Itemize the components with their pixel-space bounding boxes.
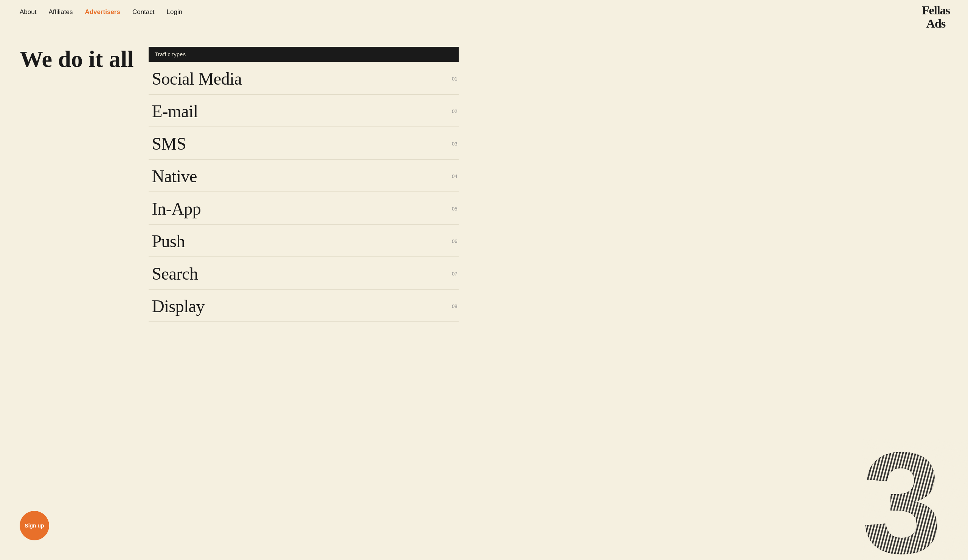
- svg-text:3: 3: [862, 439, 942, 560]
- traffic-number: 01: [452, 76, 459, 82]
- traffic-name: Social Media: [152, 69, 242, 89]
- navigation: About Affiliates Advertisers Contact Log…: [0, 0, 968, 24]
- nav-login[interactable]: Login: [167, 8, 182, 16]
- traffic-item-push[interactable]: Push 06: [149, 225, 459, 257]
- traffic-item-native[interactable]: Native 04: [149, 159, 459, 192]
- traffic-number: 05: [452, 206, 459, 211]
- decorative-element: 3 3: [862, 439, 968, 560]
- traffic-name: Native: [152, 166, 197, 186]
- traffic-number: 02: [452, 109, 459, 114]
- nav-about[interactable]: About: [20, 8, 36, 16]
- traffic-item-search[interactable]: Search 07: [149, 257, 459, 289]
- main-content: We do it all Traffic types Social Media …: [0, 24, 968, 322]
- traffic-item-email[interactable]: E-mail 02: [149, 94, 459, 127]
- traffic-table: Traffic types Social Media 01 E-mail 02 …: [149, 47, 459, 322]
- nav-affiliates[interactable]: Affiliates: [48, 8, 73, 16]
- traffic-name: SMS: [152, 134, 186, 154]
- traffic-name: Display: [152, 296, 205, 316]
- traffic-item-sms[interactable]: SMS 03: [149, 127, 459, 159]
- traffic-name: In-App: [152, 199, 201, 219]
- logo[interactable]: Fellas Ads: [922, 4, 950, 30]
- traffic-number: 07: [452, 271, 459, 277]
- svg-rect-3: [862, 439, 968, 560]
- signup-button[interactable]: Sign up: [20, 511, 49, 540]
- nav-contact[interactable]: Contact: [133, 8, 155, 16]
- traffic-number: 03: [452, 141, 459, 147]
- traffic-number: 08: [452, 304, 459, 309]
- traffic-name: E-mail: [152, 101, 198, 121]
- svg-text:3: 3: [862, 439, 942, 560]
- traffic-number: 06: [452, 238, 459, 244]
- traffic-number: 04: [452, 173, 459, 179]
- traffic-name: Push: [152, 231, 184, 251]
- traffic-item-display[interactable]: Display 08: [149, 289, 459, 322]
- page-headline: We do it all: [20, 47, 133, 71]
- svg-rect-0: [862, 439, 968, 560]
- traffic-header: Traffic types: [149, 47, 459, 62]
- nav-advertisers[interactable]: Advertisers: [85, 8, 120, 16]
- traffic-item-social-media[interactable]: Social Media 01: [149, 62, 459, 94]
- traffic-name: Search: [152, 264, 198, 284]
- decorative-svg: 3 3: [862, 439, 968, 560]
- traffic-item-inapp[interactable]: In-App 05: [149, 192, 459, 225]
